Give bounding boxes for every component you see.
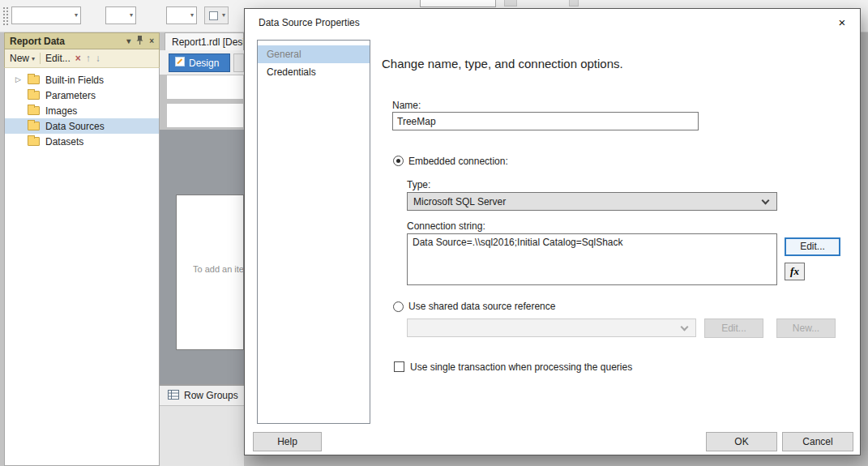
move-down-icon[interactable]: ↓ [96,53,100,64]
toolbar-combo-2[interactable]: ▾ [105,6,136,24]
chevron-down-icon: ▾ [75,11,78,19]
delete-icon[interactable]: × [75,53,81,64]
tree-item-built-in-fields[interactable]: ▷ Built-in Fields [5,72,159,88]
move-up-icon[interactable]: ↑ [86,53,91,64]
canvas-hint-text: To add an ite [193,264,244,274]
report-data-panel-header: Report Data ▾ × [4,32,160,49]
shared-edit-button: Edit... [704,319,763,338]
type-dropdown-value: Microsoft SQL Server [413,196,506,207]
document-tab[interactable]: Report1.rdl [Desig [165,32,244,50]
design-icon [175,57,185,69]
nav-item-general[interactable]: General [258,45,370,63]
separator [40,53,41,64]
edit-button[interactable]: Edit... [45,53,71,64]
row-groups-bar: Row Groups [160,384,244,405]
tree-item-datasets[interactable]: Datasets [5,134,159,149]
tree-item-images[interactable]: Images [5,103,159,118]
edit-connection-button[interactable]: Edit... [785,237,840,256]
expander-icon[interactable]: ▷ [15,75,21,83]
shared-data-source-radio[interactable] [393,301,404,312]
embedded-connection-radio[interactable] [393,156,404,166]
grouping-pane [160,405,244,466]
nav-item-credentials[interactable]: Credentials [258,63,370,81]
single-transaction-checkbox[interactable] [394,361,404,372]
report-data-toolbar: New ▾ Edit... × ↑ ↓ [4,49,160,68]
design-button-label: Design [189,58,219,69]
chevron-down-icon: ▾ [222,11,225,19]
name-label: Name: [392,100,421,111]
toolbar-partial-combo[interactable] [420,0,496,7]
shared-data-source-dropdown [407,319,696,337]
dialog-nav-list: General Credentials [257,40,370,424]
tree-item-label: Parameters [45,90,96,101]
row-groups-icon [168,390,179,402]
tree-item-data-sources[interactable]: Data Sources [5,118,159,134]
grid-icon [209,11,218,20]
tree-item-label: Data Sources [45,121,105,132]
folder-icon [28,75,40,84]
chevron-down-icon[interactable]: ▾ [32,55,35,62]
report-data-title: Report Data [10,36,65,47]
connection-string-label: Connection string: [407,220,485,232]
tree-item-label: Datasets [45,136,83,147]
toolbar-grip [2,6,8,26]
close-icon[interactable]: × [149,36,154,45]
design-panel-box [166,75,244,100]
design-view-button[interactable]: Design [169,53,230,72]
connection-string-textarea[interactable]: Data Source=.\\sql2016;Initial Catalog=S… [407,233,777,285]
toolbar-combo-1[interactable]: ▾ [11,6,81,24]
help-button[interactable]: Help [253,432,322,451]
chevron-down-icon [681,323,689,331]
close-icon[interactable]: × [824,9,860,35]
expression-fx-button[interactable]: fx [785,263,805,280]
toolbar-grid-dropdown-button[interactable]: ▾ [204,6,229,24]
name-input[interactable] [392,112,699,130]
folder-icon [28,91,40,100]
folder-icon [28,106,40,115]
ok-button[interactable]: OK [706,432,777,451]
toolbar-combo-3[interactable]: ▾ [166,6,197,24]
dialog-heading: Change name, type, and connection option… [382,57,623,71]
folder-icon [28,122,40,130]
tree-item-label: Built-in Fields [45,75,104,86]
chevron-down-icon: ▾ [130,11,133,19]
toolbar-partial-icon[interactable] [504,0,517,6]
toolbar-partial-icon[interactable] [569,0,579,6]
document-tab-label: Report1.rdl [Desig [172,36,244,48]
shared-data-source-label[interactable]: Use shared data source reference [408,301,555,312]
report-data-tree: ▷ Built-in Fields Parameters Images Data… [4,68,160,466]
window-menu-icon[interactable]: ▾ [126,36,130,45]
chevron-down-icon: ▾ [190,11,194,19]
type-dropdown[interactable]: Microsoft SQL Server [407,192,777,211]
toolbar-partial-button[interactable] [233,53,244,72]
pin-icon[interactable] [136,35,143,47]
folder-icon [28,137,40,146]
dialog-title: Data Source Properties [259,17,360,28]
type-label: Type: [407,179,430,190]
single-transaction-label[interactable]: Use single transaction when processing t… [410,361,632,373]
tree-item-label: Images [45,105,77,117]
row-groups-label: Row Groups [184,390,238,401]
design-panel-box [166,103,244,128]
new-button[interactable]: New [10,53,29,64]
tree-item-parameters[interactable]: Parameters [5,88,159,103]
shared-new-button: New... [776,319,836,338]
cancel-button[interactable]: Cancel [782,432,853,451]
data-source-properties-dialog: Data Source Properties × General Credent… [244,8,861,455]
chevron-down-icon [762,197,770,205]
dialog-title-bar[interactable]: Data Source Properties [245,9,860,36]
embedded-connection-label[interactable]: Embedded connection: [408,156,508,167]
